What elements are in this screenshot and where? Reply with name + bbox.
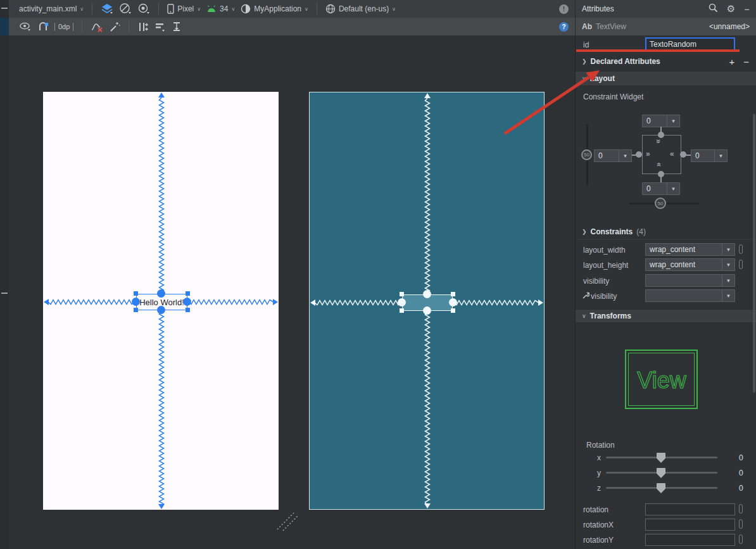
caret-down-icon: ▼: [722, 290, 734, 301]
constraints-section[interactable]: ❯ Constraints (4): [576, 224, 756, 239]
tools-flag-icon[interactable]: [739, 534, 743, 544]
autoconnect-button[interactable]: [37, 22, 49, 32]
help-button[interactable]: ?: [559, 22, 569, 32]
resize-handle[interactable]: [451, 308, 455, 313]
file-selector[interactable]: activity_main.xml ∨: [19, 4, 84, 13]
clear-constraints-icon: [91, 22, 103, 32]
constraint-anchor-right[interactable]: [449, 298, 457, 306]
file-name: activity_main.xml: [19, 4, 77, 13]
tool-window-dash-icon[interactable]: [1, 293, 8, 294]
tools-visibility-dropdown[interactable]: ▼: [645, 289, 735, 302]
constraint-anchor-left[interactable]: [398, 298, 406, 306]
constraint-widget-label: Constraint Widget: [583, 92, 643, 101]
tools-flag-icon[interactable]: [739, 519, 743, 529]
globe-icon: [325, 4, 336, 14]
constraint-anchor-bottom[interactable]: [423, 306, 431, 315]
blueprint-view-device[interactable]: [309, 92, 545, 510]
rotation-input[interactable]: [645, 503, 735, 515]
infer-constraints-button[interactable]: [109, 22, 120, 32]
surface-toolbar-left: 0dp: [9, 18, 575, 35]
constraints-count: (4): [636, 227, 646, 236]
errors-button[interactable]: !: [559, 4, 569, 14]
constraint-anchor-bottom[interactable]: [157, 306, 165, 314]
rotation-y-axis: y: [597, 469, 601, 477]
system-ui-button[interactable]: [137, 3, 150, 15]
surface-resize-handle[interactable]: [275, 510, 300, 532]
constraint-anchor-top[interactable]: [423, 290, 431, 298]
layout-section[interactable]: ∨ Layout: [576, 71, 756, 86]
layout-width-label: layout_width: [583, 246, 626, 255]
chevron-down-icon: ∨: [197, 6, 201, 12]
right-margin-value: 0: [691, 151, 714, 160]
tools-flag-icon[interactable]: [739, 504, 743, 514]
resize-handle[interactable]: [186, 291, 190, 296]
rotation-z-thumb[interactable]: [657, 483, 665, 493]
layers-button[interactable]: [101, 3, 113, 15]
constraint-anchor-top[interactable]: [157, 289, 165, 298]
wrench-icon: [581, 291, 589, 300]
add-attribute-button[interactable]: +: [729, 56, 734, 67]
magic-wand-icon: [109, 22, 120, 32]
layout-width-value: wrap_content: [646, 245, 722, 254]
divider: [129, 21, 129, 32]
layout-width-dropdown[interactable]: wrap_content ▼: [645, 243, 735, 256]
orientation-button[interactable]: [119, 3, 132, 15]
settings-button[interactable]: ⚙: [727, 3, 735, 15]
design-view-device[interactable]: Hello World!: [43, 92, 279, 510]
constraint-dot-right[interactable]: [680, 151, 686, 158]
declared-attributes-section[interactable]: ❯ Declared Attributes + −: [576, 53, 756, 70]
clear-constraints-button[interactable]: [91, 22, 103, 32]
menu-dash-icon[interactable]: [1, 8, 8, 9]
remove-attribute-button[interactable]: −: [743, 56, 749, 67]
top-margin-dropdown[interactable]: 0 ▼: [642, 115, 680, 127]
tools-flag-icon[interactable]: [739, 260, 743, 269]
resize-handle[interactable]: [400, 292, 404, 296]
constraint-dot-top[interactable]: [658, 132, 664, 138]
locale-selector[interactable]: Default (en-us) ∨: [325, 4, 396, 14]
wrap-left-icon: »: [646, 149, 649, 158]
transforms-section[interactable]: ∨ Transforms: [576, 309, 756, 323]
constraint-anchor-left[interactable]: [132, 298, 140, 306]
resize-handle[interactable]: [451, 292, 455, 296]
theme-label: MyApplication: [254, 4, 301, 13]
gear-icon: ⚙: [727, 3, 735, 14]
constraint-dot-bottom[interactable]: [658, 171, 664, 177]
resize-handle[interactable]: [186, 308, 190, 312]
resize-handle[interactable]: [400, 308, 404, 313]
constraint-anchor-right[interactable]: [183, 298, 191, 306]
rotation-x-thumb[interactable]: [657, 453, 665, 463]
tools-visibility-label: visibility: [591, 292, 617, 301]
bottom-margin-dropdown[interactable]: 0 ▼: [642, 182, 680, 195]
rotationx-input[interactable]: [645, 519, 735, 531]
id-input[interactable]: TextoRandom: [645, 37, 735, 51]
align-button[interactable]: [154, 22, 166, 32]
search-button[interactable]: [709, 3, 718, 15]
default-margins-button[interactable]: 0dp: [54, 23, 73, 31]
panel-scrollbar[interactable]: [753, 114, 755, 393]
hide-panel-button[interactable]: −: [744, 4, 750, 15]
right-margin-dropdown[interactable]: 0 ▼: [691, 149, 728, 162]
tools-flag-icon[interactable]: [739, 244, 743, 254]
layout-height-dropdown[interactable]: wrap_content ▼: [645, 258, 735, 271]
vertical-bias-thumb[interactable]: 50: [581, 149, 592, 160]
resize-handle[interactable]: [134, 291, 138, 296]
horizontal-bias-thumb[interactable]: 50: [655, 198, 666, 209]
view-options-button[interactable]: [19, 22, 32, 32]
rotation-y-thumb[interactable]: [657, 468, 665, 478]
theme-icon: [241, 4, 251, 14]
theme-selector[interactable]: MyApplication ∨: [241, 4, 308, 14]
rotationy-input[interactable]: [645, 534, 735, 546]
distribute-button[interactable]: [172, 22, 182, 32]
left-margin-dropdown[interactable]: 0 ▼: [594, 149, 632, 162]
minus-icon: −: [744, 4, 750, 15]
caret-down-icon: ▼: [722, 275, 734, 286]
resize-handle[interactable]: [134, 308, 138, 312]
api-selector[interactable]: 34 ∨: [206, 4, 235, 13]
visibility-dropdown[interactable]: ▼: [645, 274, 735, 287]
panel-title: Attributes: [582, 4, 614, 13]
pack-button[interactable]: [137, 22, 149, 32]
device-selector[interactable]: Pixel ∨: [167, 4, 201, 14]
rotation-x-value: 0: [739, 453, 743, 462]
design-surface[interactable]: Hello World!: [9, 35, 575, 549]
constraint-dot-left[interactable]: [636, 151, 642, 158]
